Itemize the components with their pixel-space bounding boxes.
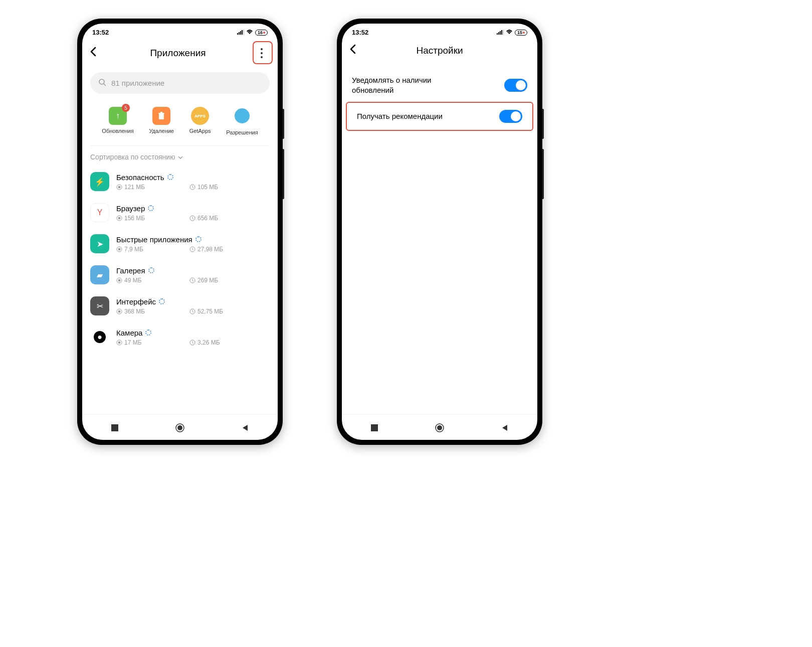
chevron-down-icon: [177, 153, 183, 161]
svg-rect-35: [503, 30, 504, 35]
setting-toggle[interactable]: [499, 110, 522, 123]
page-title-right: Настройки: [362, 45, 517, 56]
signal-icon: [497, 29, 504, 36]
header-left: Приложения: [82, 38, 278, 68]
app-storage: 17 МБ: [116, 339, 169, 346]
search-bar[interactable]: 81 приложение: [90, 72, 270, 94]
svg-rect-7: [159, 114, 164, 119]
svg-rect-1: [239, 32, 240, 35]
app-time: 3,26 МБ: [189, 339, 243, 346]
app-icon: Y: [90, 203, 109, 222]
app-row[interactable]: ▰ Галерея 49 МБ 269 МБ: [82, 259, 278, 290]
nav-home[interactable]: [434, 422, 446, 434]
svg-rect-32: [498, 32, 499, 35]
app-name: Галерея: [116, 266, 270, 275]
svg-rect-4: [243, 30, 244, 35]
nav-back[interactable]: [239, 422, 251, 434]
app-list[interactable]: ⚡ Безопасность 121 МБ 105 МБ Y Браузер 1…: [82, 166, 278, 414]
svg-rect-9: [160, 112, 162, 113]
app-storage: 156 МБ: [116, 215, 169, 222]
app-time: 52,75 МБ: [189, 308, 243, 315]
status-bar-right: 13:52 15: [342, 24, 537, 38]
app-name: Безопасность: [116, 173, 270, 182]
loading-icon: [145, 330, 151, 336]
app-name: Браузер: [116, 204, 270, 213]
app-row[interactable]: ⚡ Безопасность 121 МБ 105 МБ: [82, 166, 278, 197]
action-delete[interactable]: Удаление: [149, 107, 174, 135]
svg-rect-34: [501, 30, 502, 35]
app-icon: ✂: [90, 296, 109, 315]
screen-left: 13:52 16 Приложения: [82, 24, 278, 440]
trash-icon: [152, 107, 170, 125]
app-icon: ▰: [90, 265, 109, 284]
phone-frame-right: 13:52 15 Настройки Уведомлять о наличи: [337, 19, 542, 445]
battery-indicator: 16: [255, 30, 268, 36]
svg-point-30: [177, 425, 182, 430]
svg-rect-31: [497, 33, 498, 35]
app-time: 27,98 МБ: [189, 246, 243, 253]
nav-back[interactable]: [499, 422, 511, 434]
svg-point-5: [99, 79, 104, 84]
app-row[interactable]: ● Камера 17 МБ 3,26 МБ: [82, 321, 278, 353]
more-button[interactable]: [254, 44, 270, 62]
svg-rect-17: [118, 248, 120, 250]
update-icon: ↑5: [109, 107, 127, 125]
app-time: 656 МБ: [189, 215, 243, 222]
back-button-right[interactable]: [350, 44, 362, 57]
status-bar: 13:52 16: [82, 24, 278, 38]
app-icon: ➤: [90, 234, 109, 253]
phone-frame-left: 13:52 16 Приложения: [77, 19, 283, 445]
app-storage: 121 МБ: [116, 184, 169, 191]
svg-rect-3: [242, 30, 243, 35]
svg-rect-8: [158, 113, 164, 114]
svg-rect-0: [237, 33, 238, 35]
search-placeholder: 81 приложение: [111, 79, 164, 87]
app-storage: 49 МБ: [116, 277, 169, 284]
nav-recents[interactable]: [109, 422, 121, 434]
header-right: Настройки: [342, 38, 537, 63]
setting-row: Получать рекомендации: [346, 102, 533, 131]
permissions-icon: [235, 108, 250, 123]
svg-rect-33: [500, 31, 501, 35]
nav-recents[interactable]: [368, 422, 380, 434]
screen-right: 13:52 15 Настройки Уведомлять о наличи: [342, 24, 537, 440]
back-button[interactable]: [90, 47, 102, 60]
app-storage: 7,9 МБ: [116, 246, 169, 253]
app-name: Камера: [116, 329, 270, 337]
loading-icon: [148, 267, 154, 273]
app-name: Интерфейс: [116, 297, 270, 306]
app-row[interactable]: ✂ Интерфейс 368 МБ 52,75 МБ: [82, 290, 278, 321]
app-row[interactable]: Y Браузер 156 МБ 656 МБ: [82, 197, 278, 228]
app-row[interactable]: ➤ Быстрые приложения 7,9 МБ 27,98 МБ: [82, 228, 278, 259]
loading-icon: [148, 205, 154, 211]
action-getapps[interactable]: APPS GetApps: [189, 107, 211, 135]
nav-bar: [82, 414, 278, 440]
loading-icon: [195, 236, 201, 242]
svg-rect-36: [371, 424, 378, 431]
setting-label: Уведомлять о наличии обновлений: [352, 75, 472, 95]
status-time: 13:52: [92, 29, 109, 36]
svg-line-6: [104, 84, 106, 86]
action-updates[interactable]: ↑5 Обновления: [102, 107, 133, 135]
wifi-icon: [506, 29, 513, 36]
svg-point-38: [437, 425, 442, 430]
action-row: ↑5 Обновления Удаление APPS GetApps Разр…: [90, 98, 270, 146]
status-icons: 16: [237, 29, 268, 36]
nav-bar-right: [342, 414, 537, 440]
app-storage: 368 МБ: [116, 308, 169, 315]
setting-toggle[interactable]: [504, 79, 527, 92]
action-permissions[interactable]: Разрешения: [226, 107, 258, 135]
svg-rect-2: [240, 31, 241, 35]
setting-row: Уведомлять о наличии обновлений: [342, 68, 537, 102]
sort-dropdown[interactable]: Сортировка по состоянию: [82, 146, 278, 166]
svg-rect-28: [111, 424, 118, 431]
settings-list: Уведомлять о наличии обновлений Получать…: [342, 63, 537, 136]
app-icon: ⚡: [90, 172, 109, 191]
getapps-icon: APPS: [191, 107, 209, 125]
signal-icon: [237, 29, 244, 36]
page-title-left: Приложения: [102, 48, 254, 59]
svg-rect-23: [118, 310, 120, 312]
app-icon: ●: [94, 331, 106, 343]
nav-home[interactable]: [174, 422, 186, 434]
setting-label: Получать рекомендации: [357, 111, 443, 121]
